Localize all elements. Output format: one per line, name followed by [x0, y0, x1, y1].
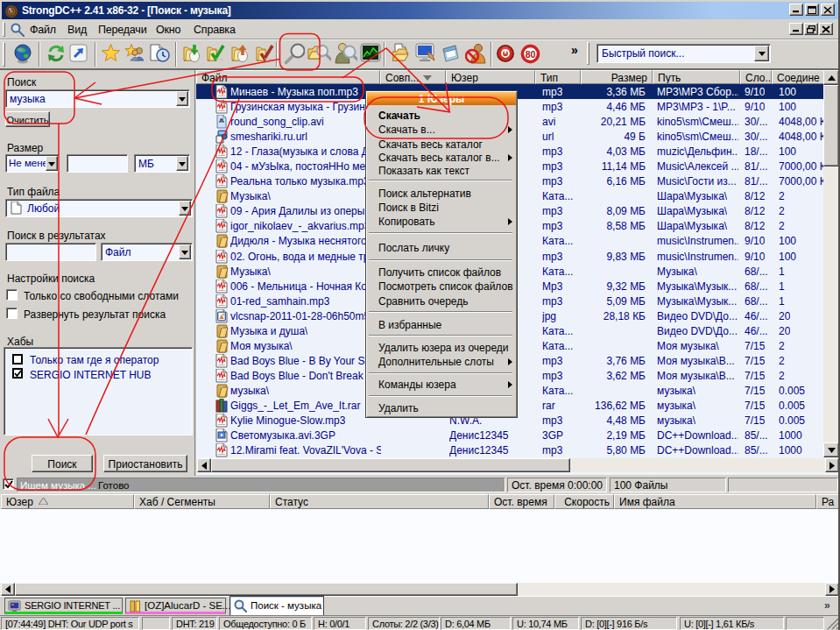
- svg-text:80: 80: [526, 49, 536, 60]
